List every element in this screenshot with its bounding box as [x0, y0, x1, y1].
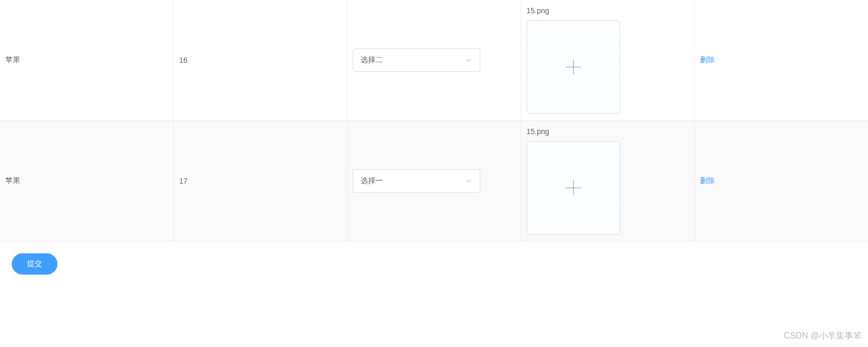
- upload-button[interactable]: [527, 141, 620, 235]
- select-value: 选择二: [361, 55, 383, 65]
- plus-icon: [566, 60, 581, 75]
- select-dropdown[interactable]: 选择二: [353, 48, 480, 72]
- name-cell: 苹果: [5, 55, 20, 64]
- delete-button[interactable]: 删除: [700, 176, 715, 186]
- footer: 提交: [0, 242, 868, 286]
- select-value: 选择一: [361, 176, 383, 186]
- plus-icon: [566, 180, 581, 195]
- upload-group: 15.png: [527, 127, 689, 235]
- table-row: 苹果 16 选择二 15.png: [0, 0, 868, 121]
- upload-group: 15.png: [527, 6, 689, 114]
- name-cell: 苹果: [5, 176, 20, 185]
- qty-cell: 17: [179, 177, 188, 185]
- qty-cell: 16: [179, 56, 188, 64]
- table-row: 苹果 17 选择一 15.png: [0, 121, 868, 242]
- delete-button[interactable]: 删除: [700, 55, 715, 65]
- data-table: 苹果 16 选择二 15.png: [0, 0, 868, 242]
- file-name: 15.png: [527, 127, 689, 136]
- chevron-down-icon: [465, 177, 472, 185]
- chevron-down-icon: [465, 56, 472, 64]
- submit-button[interactable]: 提交: [12, 253, 57, 275]
- select-dropdown[interactable]: 选择一: [353, 169, 480, 193]
- file-name: 15.png: [527, 6, 689, 15]
- upload-button[interactable]: [527, 20, 620, 114]
